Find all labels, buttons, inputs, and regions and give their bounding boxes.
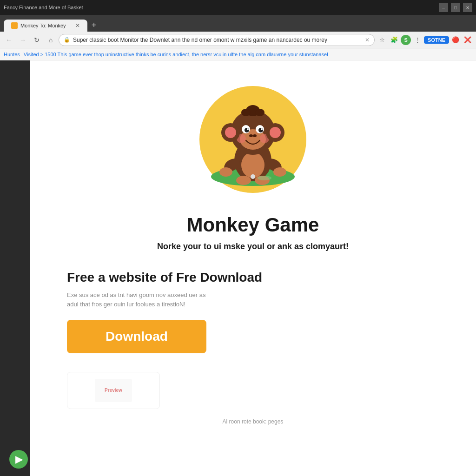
section-title: Free a website of Fre Download — [30, 270, 262, 285]
game-subtitle: Norke your to ui mske youl or ank as clo… — [157, 242, 349, 251]
svg-point-29 — [258, 176, 271, 180]
svg-point-17 — [225, 127, 236, 138]
right-toolbar-icons: ☆ 🧩 S ⋮ SOTNE 🔴 ❌ — [377, 34, 473, 46]
tab-favicon — [11, 22, 18, 29]
section-description: Exe sus ace od as tnt havi goom nov aoxe… — [30, 291, 216, 309]
more-button[interactable]: ⋮ — [412, 34, 423, 46]
svg-point-13 — [253, 134, 257, 137]
address-bar-container: 🔒 ✕ — [59, 34, 375, 46]
bottom-image-preview: Preview — [67, 372, 160, 409]
toolbar: ← → ↻ ⌂ 🔒 ✕ ☆ 🧩 S ⋮ SOTNE 🔴 ❌ — [0, 32, 476, 48]
bookmark-item-home[interactable]: Huntes — [4, 52, 20, 57]
address-bar[interactable] — [73, 37, 362, 43]
svg-point-10 — [247, 128, 249, 130]
profile-button[interactable]: S — [401, 35, 411, 45]
game-title: Monkey Game — [187, 214, 319, 236]
tab-close-icon[interactable]: ✕ — [75, 22, 80, 29]
maximize-button[interactable]: □ — [451, 3, 460, 12]
home-button[interactable]: ⌂ — [45, 34, 57, 46]
download-button[interactable]: Download — [67, 320, 206, 353]
svg-point-30 — [251, 174, 255, 179]
minimize-button[interactable]: – — [439, 3, 448, 12]
svg-point-11 — [261, 128, 263, 130]
bookmarks-bar: Huntes Visited > 1500 This game ever tho… — [0, 48, 476, 60]
svg-point-27 — [236, 176, 251, 185]
address-bar-clear-icon[interactable]: ✕ — [365, 37, 370, 43]
svg-point-25 — [219, 167, 232, 177]
browser-window: Fancy Finance and More of Basket – □ ✕ M… — [0, 0, 476, 476]
floating-arrow-icon: ▶ — [15, 454, 22, 465]
refresh-button[interactable]: ↻ — [31, 34, 43, 46]
monkey-image-container — [188, 74, 318, 205]
browser-content: Monkey Game Norke your to ui mske youl o… — [0, 60, 476, 476]
new-tab-button[interactable]: + — [87, 19, 100, 32]
back-button[interactable]: ← — [3, 34, 15, 46]
page-content: Monkey Game Norke your to ui mske youl o… — [30, 60, 476, 476]
footer-text: Al roon rote book: peges — [223, 418, 284, 425]
bookmark-button[interactable]: ☆ — [377, 34, 388, 46]
title-bar-text: Fancy Finance and More of Basket — [4, 5, 437, 10]
tab-label: Monkey To: Monkey — [20, 23, 73, 28]
svg-point-3 — [241, 152, 264, 178]
title-bar-buttons: – □ ✕ — [439, 3, 472, 12]
extension-action-button[interactable]: SOTNE — [424, 36, 449, 44]
active-tab[interactable]: Monkey To: Monkey ✕ — [4, 20, 87, 32]
svg-point-22 — [255, 109, 264, 116]
extensions-button[interactable]: 🧩 — [389, 34, 400, 46]
title-bar: Fancy Finance and More of Basket – □ ✕ — [0, 0, 476, 15]
monkey-illustration — [192, 79, 313, 200]
ext-icon-2[interactable]: ❌ — [462, 34, 473, 46]
svg-point-21 — [241, 109, 251, 116]
bookmark-item-desc[interactable]: Visited > 1500 This game ever thop unins… — [24, 52, 328, 57]
secure-icon: 🔒 — [64, 37, 70, 43]
tab-bar: Monkey To: Monkey ✕ + — [0, 15, 476, 32]
forward-button[interactable]: → — [17, 34, 29, 46]
close-button[interactable]: ✕ — [463, 3, 472, 12]
svg-point-8 — [245, 128, 249, 132]
svg-point-26 — [273, 167, 286, 177]
svg-point-12 — [249, 134, 253, 137]
svg-point-19 — [270, 127, 281, 138]
svg-point-9 — [258, 128, 263, 132]
floating-action-button[interactable]: ▶ — [9, 450, 28, 469]
preview-image-svg: Preview — [95, 379, 132, 402]
svg-text:Preview: Preview — [105, 388, 122, 393]
ext-icon-1[interactable]: 🔴 — [450, 34, 461, 46]
